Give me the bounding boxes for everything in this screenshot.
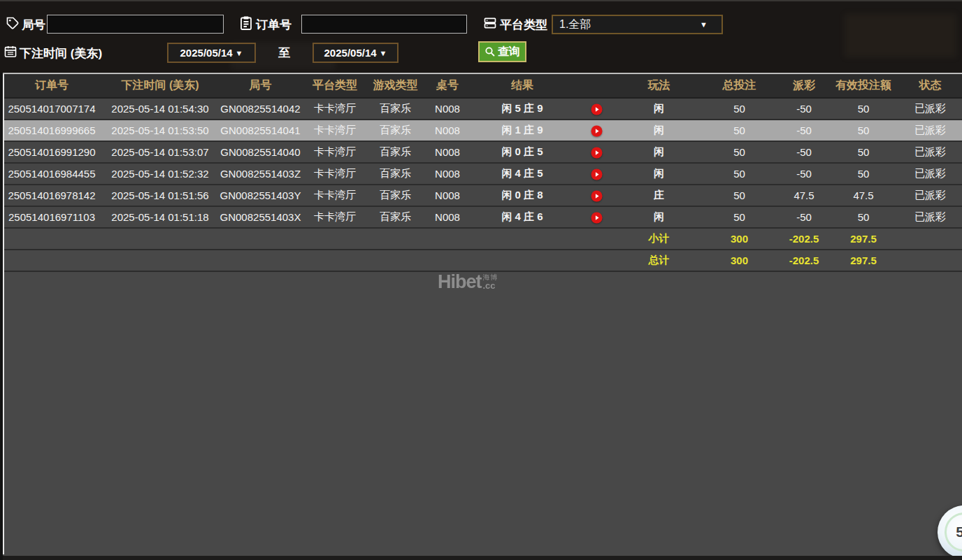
table-row[interactable]: 2505140169711032025-05-14 01:51:18GN0082… — [0, 206, 962, 228]
cell-payout: -50 — [780, 120, 828, 141]
bottom-edge-strip — [0, 556, 962, 560]
replay-cell — [575, 163, 619, 185]
cell-payout: -50 — [780, 163, 828, 185]
col-header-valid_bet: 有效投注额 — [828, 74, 898, 98]
cell-play_type: 闲 — [619, 163, 699, 185]
query-button[interactable]: 查询 — [478, 41, 526, 62]
replay-play-icon[interactable] — [591, 190, 603, 202]
chevron-down-icon: ▼ — [380, 49, 387, 57]
col-header-play_type: 玩法 — [619, 74, 699, 98]
cell-result: 闲 4 庄 5 — [470, 163, 575, 185]
cell-valid_bet: 50 — [828, 98, 898, 120]
subtotal-payout: -202.5 — [780, 228, 828, 250]
cell-platform: 卡卡湾厅 — [304, 206, 366, 228]
cell-total_bet: 50 — [699, 185, 780, 206]
cell-game_type: 百家乐 — [366, 120, 425, 141]
order-no-label: 订单号 — [256, 17, 292, 33]
total-total-bet: 300 — [699, 250, 780, 271]
total-label: 总计 — [619, 250, 699, 271]
cell-status: 已派彩 — [898, 163, 962, 185]
cell-game_no: GN00825514040 — [217, 141, 304, 163]
cell-result: 闲 0 庄 5 — [470, 141, 575, 163]
cell-result: 闲 1 庄 9 — [470, 120, 575, 141]
date-from-picker[interactable]: 2025/05/14 ▼ — [167, 43, 256, 63]
table-row[interactable]: 2505140170071742025-05-14 01:54:30GN0082… — [0, 98, 962, 120]
table-row[interactable]: 2505140169912902025-05-14 01:53:07GN0082… — [0, 141, 962, 163]
cell-valid_bet: 50 — [828, 206, 898, 228]
game-no-input[interactable] — [47, 15, 224, 34]
betting-records-screen: 局号 订单号 平台类型 1.全部 ▼ 下注时间 (美东) 2025/05/14 — [0, 0, 962, 560]
cell-table_no: N008 — [425, 120, 470, 141]
cell-status: 已派彩 — [898, 120, 962, 141]
cell-valid_bet: 50 — [828, 163, 898, 185]
subtotal-label: 小计 — [619, 228, 699, 250]
chevron-down-icon: ▼ — [236, 49, 243, 57]
bet-time-label: 下注时间 (美东) — [20, 45, 102, 62]
table-row[interactable]: 2505140169844552025-05-14 01:52:32GN0082… — [0, 163, 962, 185]
replay-cell — [575, 98, 619, 120]
server-icon — [483, 16, 497, 33]
cell-game_type: 百家乐 — [366, 185, 425, 206]
cell-order_no: 250514016971103 — [0, 206, 103, 228]
date-to-label: 至 — [278, 45, 290, 61]
total-valid-bet: 297.5 — [828, 250, 898, 271]
cell-bet_time: 2025-05-14 01:51:56 — [103, 185, 217, 206]
total-payout: -202.5 — [780, 250, 828, 271]
replay-play-icon[interactable] — [591, 168, 603, 180]
date-to-picker[interactable]: 2025/05/14 ▼ — [313, 43, 399, 63]
cell-game_no: GN00825514041 — [217, 120, 304, 141]
order-no-input[interactable] — [301, 15, 467, 34]
search-icon — [484, 46, 496, 57]
total-spacer — [0, 250, 619, 271]
background-ghost-content — [845, 14, 956, 57]
cell-total_bet: 50 — [699, 98, 780, 120]
cell-game_no: GN0082551403Z — [217, 163, 304, 185]
col-header-payout: 派彩 — [780, 74, 828, 98]
cell-platform: 卡卡湾厅 — [304, 98, 366, 120]
cell-valid_bet: 47.5 — [828, 185, 898, 206]
replay-play-icon[interactable] — [591, 212, 603, 224]
col-header-bet_time: 下注时间 (美东) — [103, 74, 217, 98]
calendar-icon — [3, 44, 17, 62]
cell-order_no: 250514016984455 — [0, 163, 103, 185]
cell-order_no: 250514017007174 — [0, 98, 103, 120]
cell-table_no: N008 — [425, 141, 470, 163]
col-header-table_no: 桌号 — [425, 74, 470, 98]
table-row[interactable]: 2505140169996652025-05-14 01:53:50GN0082… — [0, 120, 962, 141]
subtotal-row: 小计 300 -202.5 297.5 — [0, 228, 962, 250]
platform-type-select[interactable]: 1.全部 ▼ — [552, 15, 723, 34]
platform-type-value: 1.全部 — [559, 17, 591, 32]
total-row: 总计 300 -202.5 297.5 — [0, 250, 962, 271]
cell-valid_bet: 50 — [828, 141, 898, 163]
cell-total_bet: 50 — [699, 206, 780, 228]
date-from-value: 2025/05/14 — [180, 47, 233, 59]
cell-game_type: 百家乐 — [366, 141, 425, 163]
replay-play-icon[interactable] — [591, 103, 603, 115]
cell-play_type: 庄 — [619, 185, 699, 206]
replay-play-icon[interactable] — [591, 147, 603, 159]
col-header-platform: 平台类型 — [304, 74, 366, 98]
col-header-game_no: 局号 — [217, 74, 304, 98]
cell-total_bet: 50 — [699, 120, 780, 141]
cell-platform: 卡卡湾厅 — [304, 141, 366, 163]
cell-platform: 卡卡湾厅 — [304, 120, 366, 141]
cell-order_no: 250514016991290 — [0, 141, 103, 163]
replay-play-icon[interactable] — [591, 125, 603, 137]
cell-play_type: 闲 — [619, 141, 699, 163]
cell-bet_time: 2025-05-14 01:53:50 — [103, 120, 217, 141]
total-status-spacer — [898, 250, 962, 271]
cell-game_type: 百家乐 — [366, 206, 425, 228]
cell-play_type: 闲 — [619, 98, 699, 120]
table-row[interactable]: 2505140169781422025-05-14 01:51:56GN0082… — [0, 185, 962, 206]
replay-cell — [575, 120, 619, 141]
cell-game_type: 百家乐 — [366, 163, 425, 185]
replay-cell — [575, 185, 619, 206]
col-header-total_bet: 总投注 — [699, 74, 780, 98]
hibet-watermark: Hibet 海博 .cc — [438, 273, 498, 291]
cell-payout: -50 — [780, 206, 828, 228]
records-table: 订单号下注时间 (美东)局号平台类型游戏类型桌号结果玩法总投注派彩有效投注额状态… — [0, 74, 962, 272]
col-header-status: 状态 — [898, 74, 962, 98]
chevron-down-icon: ▼ — [700, 20, 708, 29]
cell-result: 闲 4 庄 6 — [470, 206, 575, 228]
cell-valid_bet: 50 — [828, 120, 898, 141]
